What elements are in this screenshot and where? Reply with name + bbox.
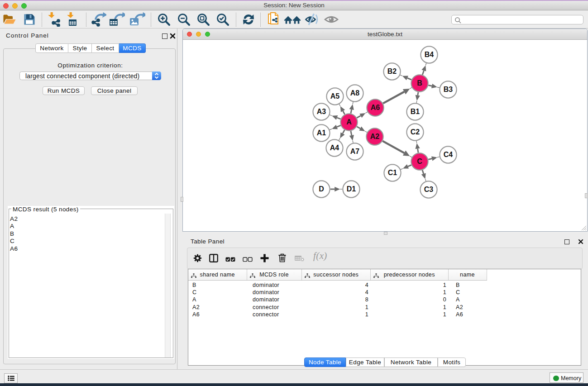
svg-text:C1: C1 xyxy=(388,169,397,176)
svg-text:C4: C4 xyxy=(444,151,453,158)
svg-text:B4: B4 xyxy=(425,51,434,58)
svg-text:A5: A5 xyxy=(330,92,340,100)
svg-text:A7: A7 xyxy=(350,148,360,155)
svg-text:A4: A4 xyxy=(330,144,339,152)
svg-text:A2: A2 xyxy=(370,133,380,140)
svg-text:A3: A3 xyxy=(317,108,326,115)
svg-text:B2: B2 xyxy=(387,67,397,75)
svg-text:B3: B3 xyxy=(444,86,453,93)
svg-text:C3: C3 xyxy=(424,186,434,193)
svg-text:A: A xyxy=(346,118,352,126)
svg-text:D1: D1 xyxy=(347,185,356,193)
svg-text:C2: C2 xyxy=(411,128,420,136)
svg-text:A1: A1 xyxy=(317,129,326,137)
svg-text:B1: B1 xyxy=(411,108,420,115)
svg-text:B: B xyxy=(417,79,422,87)
svg-text:A8: A8 xyxy=(350,89,360,97)
svg-text:D: D xyxy=(319,185,324,193)
svg-text:A6: A6 xyxy=(371,104,380,111)
svg-text:C: C xyxy=(417,157,422,165)
